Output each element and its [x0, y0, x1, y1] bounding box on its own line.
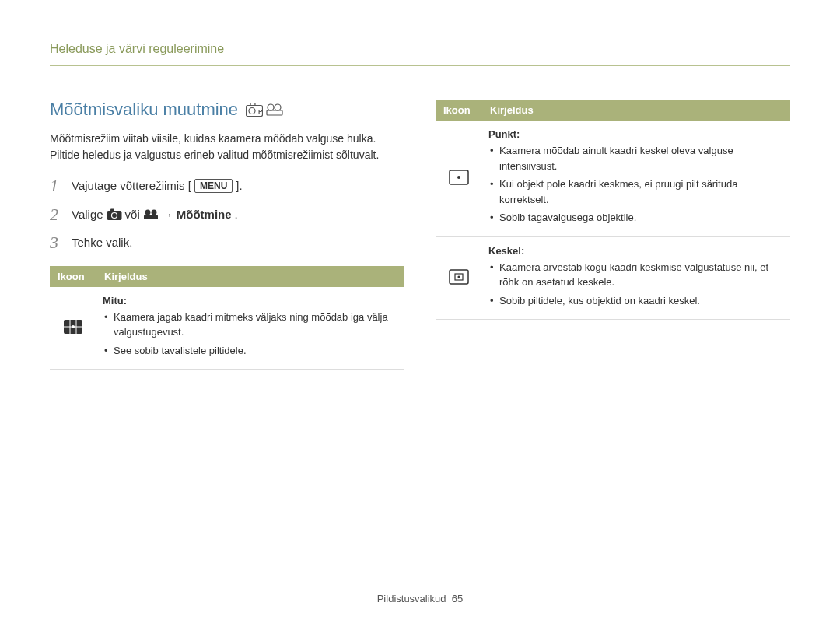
svg-point-4 — [268, 104, 274, 110]
row-title: Keskel: — [488, 245, 784, 257]
section-title-text: Mõõtmisvaliku muutmine — [50, 100, 238, 120]
step-2-mid: või — [125, 206, 140, 224]
table-row: Keskel: Kaamera arvestab kogu kaadri kes… — [436, 236, 790, 320]
desc-cell: Keskel: Kaamera arvestab kogu kaadri kes… — [482, 236, 790, 320]
svg-rect-7 — [107, 211, 121, 220]
row-title: Mitu: — [103, 295, 398, 306]
intro-paragraph: Mõõtmisrežiim viitab viisile, kuidas kaa… — [50, 131, 404, 163]
icon-table-right: Ikoon Kirjeldus Punkt: Kaamera — [436, 100, 790, 320]
list-item: Kaamera arvestab kogu kaadri keskmise va… — [488, 260, 784, 290]
svg-point-11 — [151, 209, 156, 215]
list-item: Sobib tagavalgusega objektile. — [488, 210, 784, 226]
right-column: Ikoon Kirjeldus Punkt: Kaamera — [436, 100, 790, 370]
step-number: 2 — [50, 206, 61, 223]
header-divider — [50, 65, 790, 66]
spot-metering-icon — [449, 170, 469, 185]
camera-p-icon: P — [246, 103, 263, 117]
step-2-target: Mõõtmine — [177, 206, 232, 224]
th-desc: Kirjeldus — [482, 100, 790, 121]
desc-cell: Mitu: Kaamera jagab kaadri mitmeks välja… — [96, 287, 404, 370]
th-icon: Ikoon — [50, 266, 96, 287]
step-1-post: ]. — [236, 177, 242, 195]
list-item: Kaamera mõõdab ainult kaadri keskel olev… — [488, 143, 784, 173]
desc-list: Kaamera mõõdab ainult kaadri keskel olev… — [488, 143, 784, 226]
svg-point-2 — [249, 108, 255, 114]
step-1: 1 Vajutage võtterežiimis [MENU]. — [50, 177, 404, 195]
video-small-icon — [143, 209, 159, 220]
step-2-end: . — [235, 206, 238, 224]
content-columns: Mõõtmisvaliku muutmine P Mõõtmisrežiim v… — [50, 100, 790, 370]
step-3: 3 Tehke valik. — [50, 234, 404, 252]
breadcrumb-title: Heleduse ja värvi reguleerimine — [50, 42, 224, 56]
mode-icons-group: P — [246, 103, 283, 117]
step-text: Vajutage võtterežiimis [MENU]. — [72, 177, 243, 195]
icon-cell — [436, 121, 482, 236]
page-footer: Pildistusvalikud 65 — [0, 593, 840, 604]
desc-list: Kaamera arvestab kogu kaadri keskmise va… — [488, 260, 784, 309]
arrow-icon: → — [162, 206, 173, 224]
multi-metering-icon — [63, 319, 83, 335]
svg-rect-8 — [110, 208, 114, 211]
step-text: Tehke valik. — [72, 234, 132, 252]
footer-page-number: 65 — [452, 593, 463, 604]
svg-point-5 — [275, 104, 281, 110]
svg-point-10 — [145, 209, 150, 215]
section-heading: Mõõtmisvaliku muutmine P — [50, 100, 404, 120]
svg-point-22 — [457, 275, 460, 278]
svg-point-19 — [457, 176, 460, 179]
svg-rect-6 — [267, 110, 282, 115]
center-metering-icon — [449, 269, 469, 285]
camera-small-icon — [107, 208, 122, 221]
table-row: Punkt: Kaamera mõõdab ainult kaadri kesk… — [436, 121, 790, 236]
menu-button-label: MENU — [194, 179, 233, 193]
step-1-pre: Vajutage võtterežiimis [ — [72, 177, 191, 195]
step-number: 1 — [50, 177, 61, 194]
table-row: Mitu: Kaamera jagab kaadri mitmeks välja… — [50, 287, 404, 370]
step-text: Valige või → Mõõtmine. — [72, 206, 238, 224]
svg-rect-12 — [144, 215, 158, 219]
icon-table-left: Ikoon Kirjeldus — [50, 266, 404, 370]
list-item: See sobib tavalistele piltidele. — [103, 343, 398, 359]
desc-cell: Punkt: Kaamera mõõdab ainult kaadri kesk… — [482, 121, 790, 236]
list-item: Kaamera jagab kaadri mitmeks väljaks nin… — [103, 310, 398, 340]
list-item: Sobib piltidele, kus objektid on kaadri … — [488, 293, 784, 309]
video-icon — [266, 103, 283, 116]
desc-list: Kaamera jagab kaadri mitmeks väljaks nin… — [103, 310, 398, 359]
svg-rect-1 — [250, 103, 255, 106]
row-title: Punkt: — [488, 128, 784, 140]
svg-point-17 — [72, 325, 75, 328]
step-2-pre: Valige — [72, 206, 103, 224]
list-item: Kui objekt pole kaadri keskmes, ei pruug… — [488, 177, 784, 207]
footer-section: Pildistusvalikud — [377, 593, 446, 604]
icon-cell — [436, 236, 482, 320]
th-desc: Kirjeldus — [96, 266, 404, 287]
svg-text:P: P — [258, 108, 263, 115]
left-column: Mõõtmisvaliku muutmine P Mõõtmisrežiim v… — [50, 100, 404, 370]
th-icon: Ikoon — [436, 100, 482, 121]
step-number: 3 — [50, 234, 61, 251]
step-2: 2 Valige või → Mõõtmine. — [50, 206, 404, 224]
icon-cell — [50, 287, 96, 370]
steps-list: 1 Vajutage võtterežiimis [MENU]. 2 Valig… — [50, 177, 404, 252]
